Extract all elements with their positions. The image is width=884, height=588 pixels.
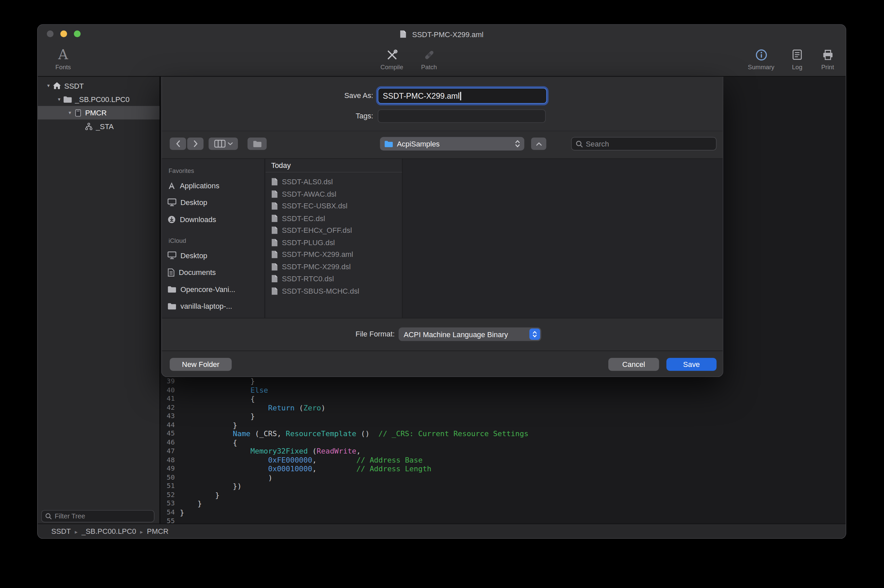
folder-button[interactable] — [248, 138, 267, 150]
sidebar-item-documents[interactable]: Documents — [162, 264, 265, 281]
file-name: SSDT-EC.dsl — [282, 214, 325, 222]
file-item-ssdt-pmc-x299-dsl[interactable]: SSDT-PMC-X299.dsl — [266, 261, 402, 273]
house-icon — [53, 81, 62, 90]
line-number: 42 — [160, 404, 175, 412]
file-item-ssdt-als0-dsl[interactable]: SSDT-ALS0.dsl — [266, 176, 402, 188]
disclosure-triangle[interactable]: ▾ — [45, 83, 53, 88]
sidebar-item-desktop[interactable]: Desktop — [162, 194, 265, 211]
tree-item-label: SSDT — [64, 81, 84, 90]
file-name: SSDT-AWAC.dsl — [282, 190, 336, 198]
sidebar-item-applications[interactable]: Applications — [162, 177, 265, 194]
tree-item-ssdt[interactable]: ▾SSDT — [38, 79, 160, 92]
line-number: 53 — [160, 500, 175, 508]
sidebar-item-label: vanilla-laptop-... — [180, 302, 232, 310]
desktop-icon — [167, 198, 176, 206]
sidebar-item-desktop[interactable]: Desktop — [162, 247, 265, 264]
info-icon — [755, 46, 768, 63]
file-item-ssdt-awac-dsl[interactable]: SSDT-AWAC.dsl — [266, 188, 402, 200]
file-item-ssdt-sbus-mchc-dsl[interactable]: SSDT-SBUS-MCHC.dsl — [266, 285, 402, 297]
breadcrumb-item[interactable]: SSDT — [51, 527, 71, 535]
compile-button[interactable]: Compile — [374, 46, 409, 70]
line-number: 54 — [160, 508, 175, 517]
breadcrumb-item[interactable]: PMCR — [147, 527, 169, 535]
line-number: 51 — [160, 482, 175, 490]
line-number: 46 — [160, 438, 175, 447]
document-icon — [400, 30, 407, 38]
breadcrumb-item[interactable]: _SB.PC00.LPC0 — [82, 527, 136, 535]
back-button[interactable] — [170, 138, 186, 150]
chevron-up-down-icon — [515, 139, 520, 148]
line-content: } — [180, 377, 255, 386]
bandaid-icon — [423, 46, 436, 63]
patch-button[interactable]: Patch — [411, 46, 446, 70]
print-button[interactable]: Print — [815, 46, 840, 70]
disclosure-triangle[interactable]: ▾ — [55, 96, 63, 102]
location-value: AcpiSamples — [397, 140, 440, 148]
file-item-ssdt-rtc0-dsl[interactable]: SSDT-RTC0.dsl — [266, 273, 402, 285]
disclosure-triangle[interactable]: ▾ — [66, 110, 74, 116]
file-item-ssdt-plug-dsl[interactable]: SSDT-PLUG.dsl — [266, 237, 402, 249]
line-content: Memory32Fixed (ReadWrite, — [180, 447, 361, 456]
sidebar-item-opencore-vani[interactable]: Opencore-Vani... — [162, 280, 265, 298]
line-content: 0x00010000, // Address Length — [180, 464, 431, 473]
window-title-text: SSDT-PMC-X299.aml — [412, 30, 483, 39]
line-number: 44 — [160, 421, 175, 429]
line-number: 52 — [160, 490, 175, 500]
file-name: SSDT-PMC-X299.dsl — [282, 262, 351, 271]
fonts-label: Fonts — [56, 63, 71, 70]
tree-item-pmcr[interactable]: ▾PMCR — [38, 106, 160, 119]
file-item-ssdt-pmc-x299-aml[interactable]: SSDT-PMC-X299.aml — [266, 249, 402, 261]
sidebar-item-label: Documents — [179, 268, 216, 276]
line-content: ) — [180, 473, 272, 482]
tags-input[interactable] — [378, 110, 546, 123]
code-line: 52 } — [160, 490, 846, 500]
file-name: SSDT-ALS0.dsl — [282, 178, 333, 186]
line-content: Return (Zero) — [180, 404, 325, 412]
log-button[interactable]: Log — [783, 46, 811, 70]
location-popup[interactable]: AcpiSamples — [380, 137, 524, 150]
line-content: Else — [180, 386, 268, 394]
view-mode-button[interactable] — [209, 138, 238, 150]
folder-icon — [167, 302, 176, 310]
compile-label: Compile — [380, 63, 403, 70]
code-line: 40 Else — [160, 386, 846, 394]
collapse-button[interactable] — [531, 138, 546, 150]
section-header-favorites: Favorites — [162, 165, 265, 177]
cancel-button[interactable]: Cancel — [608, 358, 659, 371]
line-number: 50 — [160, 473, 175, 482]
breadcrumb: SSDT▸_SB.PC00.LPC0▸PMCR — [51, 527, 168, 535]
filter-tree-field[interactable]: Filter Tree — [41, 510, 155, 522]
tree-item-sb-pc00-lpc0[interactable]: ▾_SB.PC00.LPC0 — [38, 92, 160, 106]
code-line: 49 0x00010000, // Address Length — [160, 464, 846, 473]
save-button[interactable]: Save — [666, 358, 717, 371]
file-item-ssdt-ehcx-off-dsl[interactable]: SSDT-EHCx_OFF.dsl — [266, 224, 402, 237]
forward-button[interactable] — [187, 138, 203, 150]
tags-label: Tags: — [162, 110, 374, 123]
code-line: 50 ) — [160, 473, 846, 482]
sidebar-item-downloads[interactable]: Downloads — [162, 211, 265, 228]
file-item-ssdt-ec-usbx-dsl[interactable]: SSDT-EC-USBX.dsl — [266, 200, 402, 212]
code-line: 42 Return (Zero) — [160, 404, 846, 412]
fonts-button[interactable]: A Fonts — [45, 46, 80, 70]
tree-item-label: _SB.PC00.LPC0 — [75, 95, 129, 104]
save-as-input[interactable]: SSDT-PMC-X299.aml — [378, 88, 547, 104]
breadcrumb-separator: ▸ — [75, 528, 78, 535]
tree-item-sta[interactable]: _STA — [38, 119, 160, 133]
file-item-ssdt-ec-dsl[interactable]: SSDT-EC.dsl — [266, 212, 402, 224]
file-format-label: File Format: — [162, 327, 395, 341]
code-line: 41 { — [160, 394, 846, 403]
magnifier-icon — [575, 140, 583, 147]
summary-button[interactable]: Summary — [743, 46, 779, 70]
file-format-popup[interactable]: ACPI Machine Language Binary — [399, 327, 541, 341]
sidebar-item-vanilla-laptop[interactable]: vanilla-laptop-... — [162, 298, 265, 315]
save-as-value: SSDT-PMC-X299.aml — [383, 91, 459, 100]
file-format-value: ACPI Machine Language Binary — [404, 330, 508, 339]
doc-icon — [271, 202, 278, 210]
chevron-up-down-icon — [529, 328, 540, 340]
file-name: SSDT-EC-USBX.dsl — [282, 202, 347, 210]
search-field[interactable]: Search — [571, 137, 717, 150]
new-folder-button[interactable]: New Folder — [170, 358, 231, 371]
line-number: 45 — [160, 429, 175, 438]
desktop-icon — [167, 251, 176, 259]
line-number: 47 — [160, 447, 175, 456]
